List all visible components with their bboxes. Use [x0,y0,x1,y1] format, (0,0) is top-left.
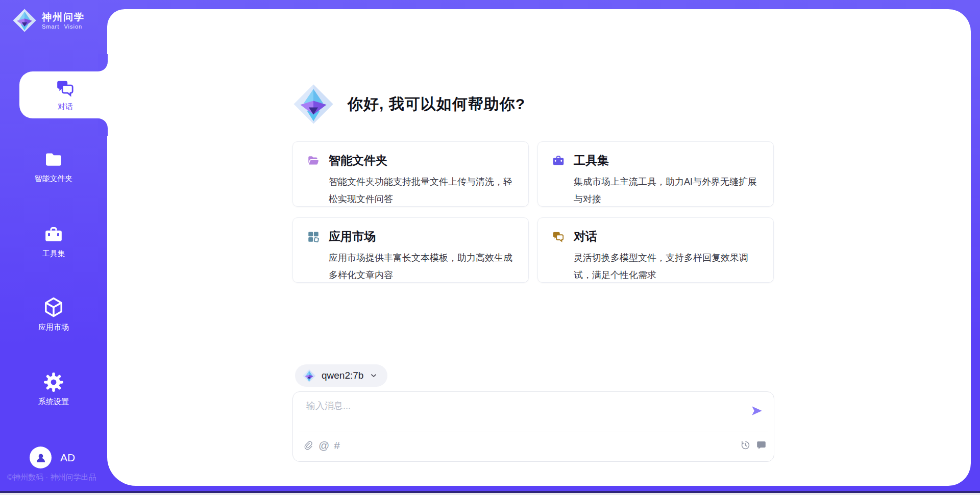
composer-divider [299,432,768,432]
sidebar-item-app-market[interactable]: 应用市场 [0,296,107,332]
greeting-header: 你好, 我可以如何帮助你? [292,83,525,125]
chat-bubbles-icon [55,78,76,98]
greeting-text: 你好, 我可以如何帮助你? [348,94,525,115]
app-window: 神州问学 Smart Vision 对话 智能文件夹 [0,0,980,495]
sidebar-item-label: 工具集 [42,249,65,259]
sidebar-item-chat[interactable]: 对话 [19,71,111,118]
window-bottom-gray-strip [0,493,980,495]
toolbox-icon [552,154,565,167]
user-name: AD [60,452,75,464]
cube-icon [42,296,65,318]
chat-bubbles-icon [552,230,565,243]
card-app-market[interactable]: 应用市场 应用市场提供丰富长文本模板，助力高效生成多样化文章内容 [292,217,529,283]
card-description: 智能文件夹功能支持批量文件上传与清洗，轻松实现文件问答 [329,173,520,208]
chat-square-icon[interactable] [756,440,767,451]
card-smart-folder[interactable]: 智能文件夹 智能文件夹功能支持批量文件上传与清洗，轻松实现文件问答 [292,141,529,207]
hashtag-icon[interactable]: # [334,440,340,451]
card-description: 集成市场上主流工具，助力AI与外界无缝扩展与对接 [574,173,765,208]
gem-diamond-icon [302,369,316,383]
composer-tools-left: @ # [303,440,340,451]
brand-subtitle: Smart Vision [42,23,85,30]
active-tab-fillet-top [98,54,108,71]
person-icon [34,451,47,464]
brand-name: 神州问学 [42,11,85,23]
card-title: 智能文件夹 [329,153,387,168]
sidebar-item-label: 应用市场 [38,323,69,332]
sidebar-item-settings[interactable]: 系统设置 [0,372,107,407]
sidebar-item-label: 系统设置 [38,397,69,407]
toolbox-icon [43,225,64,245]
model-selector[interactable]: qwen2:7b [295,364,387,387]
user-account[interactable]: AD [30,447,75,468]
card-chat[interactable]: 对话 灵活切换多模型文件，支持多样回复效果调试，满足个性化需求 [537,217,774,283]
card-description: 应用市场提供丰富长文本模板，助力高效生成多样化文章内容 [329,249,520,284]
chevron-down-icon [369,371,378,380]
active-tab-fillet-bottom [98,118,108,136]
card-title: 对话 [574,229,597,244]
message-composer: @ # [292,391,774,462]
avatar [30,447,52,468]
composer-tools-right [740,440,767,451]
folder-icon [42,150,65,170]
sidebar-item-smart-folder[interactable]: 智能文件夹 [0,150,107,184]
message-input[interactable] [305,400,736,412]
app-grid-icon [307,230,320,243]
sidebar-item-label: 对话 [58,102,73,112]
gem-diamond-icon [292,83,334,125]
brand-logo: 神州问学 Smart Vision [12,8,85,33]
model-name: qwen2:7b [322,370,363,381]
history-icon[interactable] [740,440,751,451]
card-title: 应用市场 [329,229,376,244]
folder-open-icon [307,154,320,167]
send-button[interactable] [750,404,764,417]
sidebar-item-toolset[interactable]: 工具集 [0,225,107,259]
feature-card-grid: 智能文件夹 智能文件夹功能支持批量文件上传与清洗，轻松实现文件问答 工具集 集成… [292,141,774,283]
mention-icon[interactable]: @ [318,440,329,451]
gem-diamond-icon [12,8,37,33]
card-title: 工具集 [574,153,609,168]
card-toolset[interactable]: 工具集 集成市场上主流工具，助力AI与外界无缝扩展与对接 [537,141,774,207]
card-description: 灵活切换多模型文件，支持多样回复效果调试，满足个性化需求 [574,249,765,284]
paper-plane-icon [750,404,764,417]
gear-icon [43,372,64,393]
attach-file-icon[interactable] [303,440,314,451]
sidebar-item-label: 智能文件夹 [35,174,73,184]
copyright-footer: ©神州数码 · 神州问学出品 [7,473,96,482]
